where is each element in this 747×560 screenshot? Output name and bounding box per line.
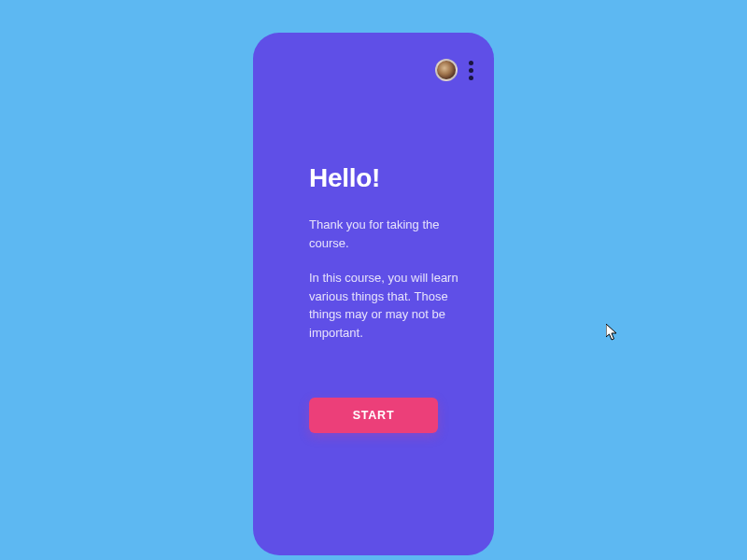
phone-card: Hello! Thank you for taking the course. …: [253, 33, 494, 555]
mouse-cursor-icon: [606, 324, 619, 341]
start-button[interactable]: START: [309, 398, 438, 433]
greeting-title: Hello!: [309, 163, 473, 193]
avatar[interactable]: [435, 59, 458, 81]
intro-paragraph-2: In this course, you will learn various t…: [309, 269, 458, 342]
card-content: Hello! Thank you for taking the course. …: [274, 163, 473, 433]
card-header: [274, 59, 473, 81]
more-vertical-icon[interactable]: [469, 61, 473, 80]
intro-paragraph-1: Thank you for taking the course.: [309, 216, 458, 252]
